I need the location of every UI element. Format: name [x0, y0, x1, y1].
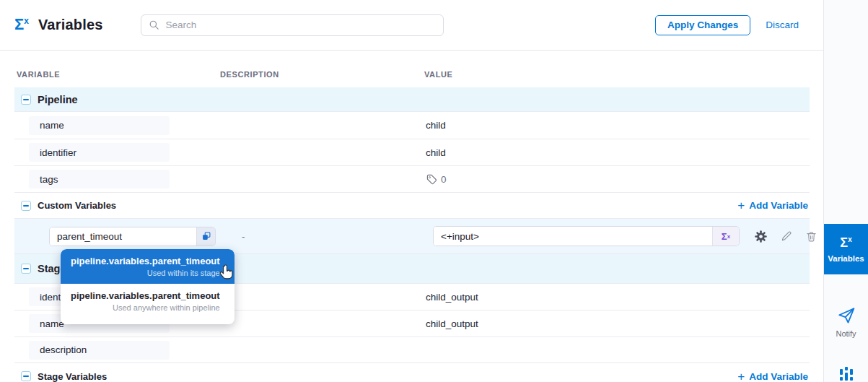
table-row: tags 0	[14, 166, 810, 193]
column-variable: VARIABLE	[14, 70, 220, 79]
edit-pencil-icon[interactable]	[780, 230, 793, 243]
variable-value-input[interactable]	[434, 227, 712, 246]
section-label: Pipeline	[38, 94, 78, 105]
variable-name-field: name	[29, 116, 170, 135]
variable-scope: Used anywhere within pipeline	[71, 303, 220, 312]
variable-path: pipeline.variables.parent_timeout	[71, 256, 220, 266]
variable-description: -	[220, 231, 422, 242]
apply-changes-button[interactable]: Apply Changes	[655, 15, 750, 35]
variable-path: pipeline.variables.parent_timeout	[71, 290, 220, 301]
variable-name-input-group	[49, 227, 216, 246]
variables-table: VARIABLE DESCRIPTION VALUE Pipeline name…	[14, 51, 810, 382]
page-title: Variables	[38, 17, 103, 33]
delete-trash-icon[interactable]	[805, 230, 817, 243]
table-header: VARIABLE DESCRIPTION VALUE	[14, 51, 810, 87]
tag-icon	[426, 173, 437, 185]
collapse-icon[interactable]	[21, 264, 31, 274]
section-row-stage-variables: Stage Variables + Add Variable	[14, 363, 810, 382]
variable-name-field: identifier	[29, 143, 170, 162]
column-value: VALUE	[422, 70, 810, 79]
collapse-icon[interactable]	[21, 201, 31, 211]
tags-count: 0	[441, 174, 447, 185]
variables-panel: Σx Variables Apply Changes Discard VARIA…	[0, 0, 868, 382]
table-row: name child	[14, 112, 810, 139]
variable-name-input[interactable]	[50, 227, 196, 246]
row-actions	[754, 230, 817, 243]
dropdown-item-stage-scope[interactable]: pipeline.variables.parent_timeout Used w…	[61, 249, 234, 284]
hand-cursor	[219, 264, 234, 285]
collapse-icon[interactable]	[21, 95, 31, 105]
variable-name-field: description	[29, 341, 170, 360]
sidebar-item-notify[interactable]: Notify	[824, 306, 868, 338]
section-label: Custom Variables	[38, 200, 116, 211]
add-variable-button[interactable]: + Add Variable	[737, 199, 810, 212]
sigma-x-icon: Σx	[840, 236, 851, 249]
table-row: description	[14, 337, 810, 363]
section-row-custom-variables: Custom Variables + Add Variable	[14, 193, 810, 219]
discard-button[interactable]: Discard	[766, 19, 799, 30]
add-variable-button[interactable]: + Add Variable	[737, 370, 810, 382]
section-row-pipeline: Pipeline	[14, 87, 810, 112]
plus-icon: +	[737, 370, 745, 382]
plus-icon: +	[737, 199, 745, 212]
runtime-input-type-icon[interactable]: Σx	[712, 227, 739, 246]
section-label: Stage Variables	[38, 371, 107, 382]
sidebar-item-sliders[interactable]	[824, 365, 868, 382]
column-description: DESCRIPTION	[220, 70, 422, 79]
variable-path-dropdown: pipeline.variables.parent_timeout Used w…	[61, 249, 234, 324]
dropdown-item-pipeline-scope[interactable]: pipeline.variables.parent_timeout Used a…	[61, 284, 234, 318]
header-actions: Apply Changes Discard	[655, 15, 799, 35]
paper-plane-icon	[837, 306, 856, 325]
panel-header: Σx Variables Apply Changes Discard	[0, 0, 823, 51]
variable-value-input-group: Σx	[433, 226, 740, 246]
sidebar-item-variables[interactable]: Σx Variables	[824, 224, 868, 274]
sliders-icon	[837, 365, 856, 382]
search-input[interactable]	[165, 19, 436, 31]
variable-scope: Used within its stage	[71, 269, 220, 277]
variable-value: child	[422, 120, 810, 131]
tags-value: 0	[422, 173, 810, 185]
collapse-icon[interactable]	[21, 371, 31, 381]
right-sidebar: Σx Variables Notify	[823, 0, 868, 382]
search-box	[141, 14, 444, 36]
settings-gear-icon[interactable]	[754, 230, 768, 243]
variable-value: child_output	[422, 318, 810, 329]
variable-value: child_output	[422, 292, 810, 303]
search-icon	[149, 19, 159, 30]
variable-value: child	[422, 147, 810, 158]
copy-icon[interactable]	[196, 227, 215, 246]
table-row: identifier child	[14, 139, 810, 166]
sigma-x-icon: Σx	[14, 17, 29, 32]
variable-name-field: tags	[29, 170, 170, 188]
